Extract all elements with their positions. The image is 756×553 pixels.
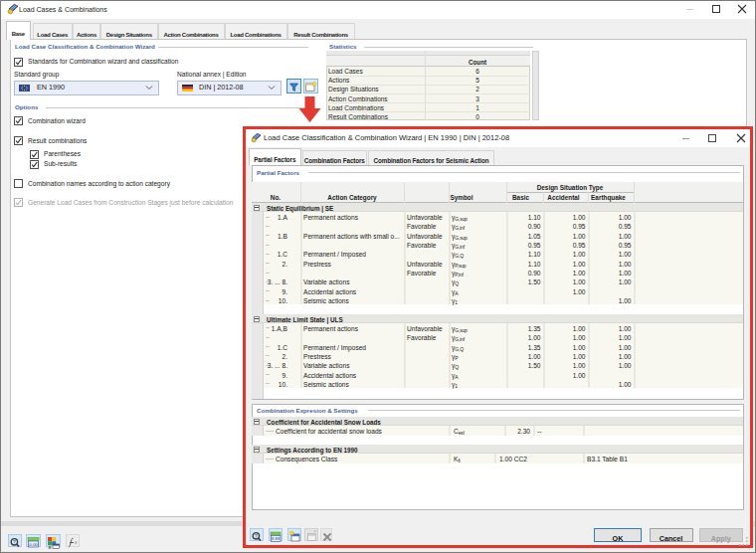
svg-text:0.00: 0.00 — [29, 541, 38, 546]
svg-text:x: x — [74, 539, 78, 545]
svg-text:?: ? — [255, 532, 258, 538]
svg-text:?: ? — [13, 538, 16, 544]
svg-text:8.88: 8.88 — [272, 536, 281, 541]
